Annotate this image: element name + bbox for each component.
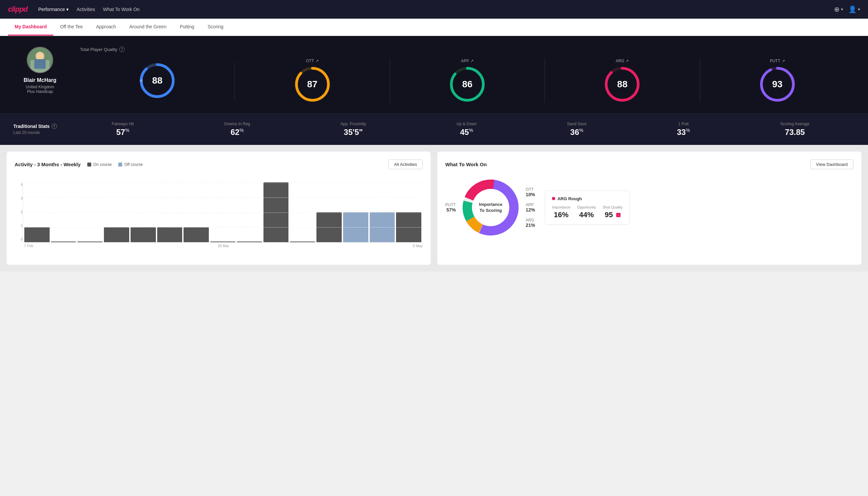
info-stat-shot-quality: Shot Quality 95 ↓ — [602, 205, 622, 219]
shot-quality-value: 95 ↓ — [602, 211, 622, 219]
donut-label-app: APP 12% — [525, 203, 535, 213]
tab-off-the-tee[interactable]: Off the Tee — [53, 19, 89, 36]
bar-off-13 — [343, 212, 368, 242]
grid-line-3 — [23, 198, 423, 198]
user-menu-button[interactable]: 👤 ▾ — [848, 5, 860, 13]
quality-arg: ARG ↗ 88 — [545, 59, 700, 103]
ring-ott-value: 87 — [307, 79, 317, 90]
stats-label-group: Traditional Stats ? Last 20 rounds — [13, 124, 67, 135]
quality-ott: OTT ↗ 87 — [235, 59, 390, 103]
view-dashboard-button[interactable]: View Dashboard — [810, 159, 853, 169]
bar-group-6 — [157, 227, 183, 242]
shot-quality-label: Shot Quality — [602, 205, 622, 209]
info-stat-opportunity: Opportunity 44% — [577, 205, 596, 219]
bar-on-12 — [316, 212, 342, 242]
tab-approach[interactable]: Approach — [89, 19, 123, 36]
bar-group-3 — [77, 242, 102, 242]
ring-arg: 88 — [604, 66, 641, 103]
off-course-dot — [118, 162, 122, 167]
stat-proximity-value: 35'5" — [341, 128, 366, 137]
chart-legend: On course Off course — [87, 162, 143, 167]
stat-scoring: Scoring Average 73.85 — [780, 122, 810, 137]
nav-right: ⊕ ▾ 👤 ▾ — [834, 5, 860, 13]
nav-what-to-work-on[interactable]: What To Work On — [103, 7, 140, 12]
nav-performance[interactable]: Performance ▾ — [38, 7, 68, 12]
player-info: Blair McHarg United Kingdom Plus Handica… — [13, 47, 67, 94]
stat-scoring-value: 73.85 — [780, 128, 810, 137]
top-navigation: clippd Performance ▾ Activities What To … — [0, 0, 868, 19]
legend-on-course: On course — [87, 162, 112, 167]
y-label-3: 3 — [15, 196, 23, 200]
bar-on-4 — [104, 227, 129, 242]
stats-sub: Last 20 rounds — [13, 130, 67, 135]
bar-on-10 — [264, 182, 289, 242]
quality-putt: PUTT ↗ 93 — [700, 59, 855, 103]
bar-group-4 — [104, 227, 129, 242]
ring-ott: 87 — [294, 66, 331, 103]
bar-on-11 — [290, 242, 315, 242]
bar-group-14 — [370, 212, 395, 242]
bar-on-1 — [24, 227, 50, 242]
bottom-panels: Activity - 3 Months - Weekly On course O… — [0, 145, 868, 272]
activity-panel-header: Activity - 3 Months - Weekly On course O… — [15, 159, 423, 169]
donut-right-labels: OTT 10% APP 12% ARG 21% — [525, 187, 535, 228]
all-activities-button[interactable]: All Activities — [388, 159, 423, 169]
ring-app: 86 — [449, 66, 486, 103]
stats-help-icon[interactable]: ? — [52, 124, 57, 129]
bar-group-7 — [184, 227, 209, 242]
chevron-down-icon: ▾ — [66, 7, 68, 12]
donut-svg-container: ImportanceTo Scoring — [459, 176, 522, 239]
bar-group-10 — [264, 182, 289, 242]
stats-row: Traditional Stats ? Last 20 rounds Fairw… — [0, 113, 868, 145]
x-label-mar: 28 Mar — [157, 244, 290, 248]
stat-fairways-label: Fairways Hit — [112, 122, 134, 126]
tab-scoring[interactable]: Scoring — [201, 19, 230, 36]
player-name: Blair McHarg — [23, 77, 57, 83]
stat-1putt: 1 Putt 33% — [677, 122, 690, 137]
info-card-dot — [552, 197, 555, 200]
nav-activities[interactable]: Activities — [77, 7, 95, 12]
bar-on-9 — [237, 242, 262, 242]
bar-on-5 — [130, 227, 156, 242]
ring-arg-value: 88 — [617, 79, 628, 90]
tab-my-dashboard[interactable]: My Dashboard — [8, 19, 53, 36]
bar-on-8 — [210, 242, 236, 242]
y-label-0: 0 — [15, 237, 23, 241]
opportunity-value: 44% — [577, 211, 596, 219]
y-label-1: 1 — [15, 223, 23, 228]
help-icon[interactable]: ? — [119, 47, 125, 52]
opportunity-label: Opportunity — [577, 205, 596, 209]
app-logo[interactable]: clippd — [8, 5, 28, 14]
stats-label: Traditional Stats ? — [13, 124, 67, 129]
app-trend: ↗ — [470, 59, 474, 63]
tab-putting[interactable]: Putting — [173, 19, 201, 36]
x-labels: 7 Feb 28 Mar 9 May — [15, 244, 423, 248]
stat-gir-label: Greens In Reg — [224, 122, 250, 126]
bar-group-9 — [237, 242, 262, 242]
donut-center-label: ImportanceTo Scoring — [479, 202, 502, 214]
bar-on-7 — [184, 227, 209, 242]
user-icon: 👤 — [848, 5, 857, 13]
chart-area: 0 1 2 3 4 — [15, 176, 423, 249]
x-label-feb: 7 Feb — [24, 244, 157, 248]
stat-sandsave-value: 36% — [567, 128, 586, 137]
tab-around-the-green[interactable]: Around the Green — [123, 19, 173, 36]
bar-group-15 — [396, 212, 421, 242]
bar-on-6 — [157, 227, 183, 242]
stat-scoring-label: Scoring Average — [780, 122, 810, 126]
legend-off-course: Off course — [118, 162, 143, 167]
stat-proximity-label: App. Proximity — [341, 122, 366, 126]
tabs-bar: My Dashboard Off the Tee Approach Around… — [0, 19, 868, 36]
donut-label-ott: OTT 10% — [525, 187, 535, 197]
add-button[interactable]: ⊕ ▾ — [834, 5, 843, 13]
ott-label: OTT ↗ — [306, 59, 319, 63]
donut-area: PUTT 57% — [445, 176, 535, 239]
activity-panel-title: Activity - 3 Months - Weekly — [15, 161, 81, 167]
stat-items: Fairways Hit 57% Greens In Reg 62% App. … — [67, 122, 855, 137]
stat-fairways: Fairways Hit 57% — [112, 122, 134, 137]
add-dropdown-arrow: ▾ — [841, 7, 843, 12]
stat-gir-value: 62% — [224, 128, 250, 137]
on-course-dot — [87, 162, 91, 167]
stat-gir: Greens In Reg 62% — [224, 122, 250, 137]
info-card-stats: Importance 16% Opportunity 44% Shot Qual… — [552, 205, 622, 219]
